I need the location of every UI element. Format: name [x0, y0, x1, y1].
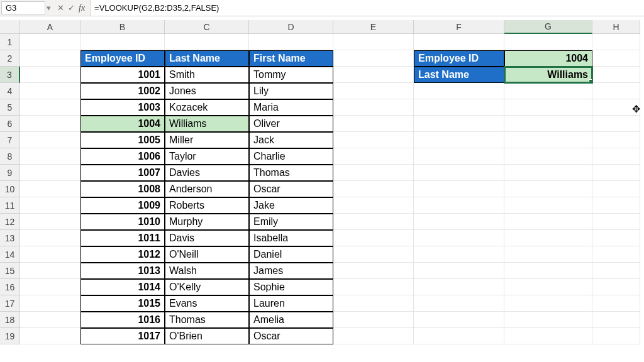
cell-E7[interactable]: [333, 132, 414, 148]
cell-G1[interactable]: [504, 34, 592, 50]
cell-H2[interactable]: [592, 50, 640, 67]
lookup-label-last-name[interactable]: Last Name: [414, 67, 504, 83]
row-header-3[interactable]: 3: [0, 67, 20, 83]
row-header-14[interactable]: 14: [0, 246, 20, 263]
emp-id[interactable]: 1010: [80, 214, 165, 230]
cell-F8[interactable]: [414, 148, 504, 165]
cell-H10[interactable]: [592, 181, 640, 197]
formula-input[interactable]: =VLOOKUP(G2,B2:D35,2,FALSE): [90, 0, 644, 16]
emp-last[interactable]: Murphy: [165, 214, 249, 230]
emp-last[interactable]: O'Neill: [165, 246, 249, 263]
cell-H13[interactable]: [592, 230, 640, 246]
cell-G19[interactable]: [504, 328, 592, 344]
emp-first[interactable]: Isabella: [249, 230, 333, 246]
emp-last[interactable]: Evans: [165, 295, 249, 312]
col-header-G[interactable]: G: [504, 20, 592, 34]
emp-first[interactable]: Amelia: [249, 312, 333, 328]
cell-A2[interactable]: [20, 50, 80, 67]
cell-G5[interactable]: [504, 99, 592, 116]
emp-last[interactable]: Walsh: [165, 263, 249, 279]
cell-E13[interactable]: [333, 230, 414, 246]
header-employee-id[interactable]: Employee ID: [80, 50, 165, 67]
cell-H18[interactable]: [592, 312, 640, 328]
emp-first[interactable]: Maria: [249, 99, 333, 116]
cell-G14[interactable]: [504, 246, 592, 263]
row-header-4[interactable]: 4: [0, 83, 20, 99]
cell-F11[interactable]: [414, 197, 504, 214]
emp-id[interactable]: 1011: [80, 230, 165, 246]
cell-E17[interactable]: [333, 295, 414, 312]
cell-G10[interactable]: [504, 181, 592, 197]
cell-A12[interactable]: [20, 214, 80, 230]
cell-E11[interactable]: [333, 197, 414, 214]
col-header-B[interactable]: B: [80, 20, 165, 34]
emp-id[interactable]: 1016: [80, 312, 165, 328]
emp-first[interactable]: James: [249, 263, 333, 279]
cell-E10[interactable]: [333, 181, 414, 197]
cell-H15[interactable]: [592, 263, 640, 279]
row-header-9[interactable]: 9: [0, 165, 20, 181]
lookup-value-last[interactable]: Williams: [504, 67, 592, 83]
emp-id[interactable]: 1001: [80, 67, 165, 83]
cell-H12[interactable]: [592, 214, 640, 230]
cell-A15[interactable]: [20, 263, 80, 279]
cell-E1[interactable]: [333, 34, 414, 50]
cell-H8[interactable]: [592, 148, 640, 165]
emp-id[interactable]: 1012: [80, 246, 165, 263]
cell-B1[interactable]: [80, 34, 165, 50]
cell-F1[interactable]: [414, 34, 504, 50]
cell-F9[interactable]: [414, 165, 504, 181]
row-header-15[interactable]: 15: [0, 263, 20, 279]
cell-E18[interactable]: [333, 312, 414, 328]
cell-H4[interactable]: [592, 83, 640, 99]
cell-F19[interactable]: [414, 328, 504, 344]
emp-first[interactable]: Charlie: [249, 148, 333, 165]
cell-H3[interactable]: [592, 67, 640, 83]
col-header-C[interactable]: C: [165, 20, 249, 34]
cell-G11[interactable]: [504, 197, 592, 214]
emp-id[interactable]: 1003: [80, 99, 165, 116]
cell-F7[interactable]: [414, 132, 504, 148]
col-header-H[interactable]: H: [592, 20, 640, 34]
cell-A9[interactable]: [20, 165, 80, 181]
cancel-formula-icon[interactable]: ✕: [57, 3, 64, 13]
cell-E15[interactable]: [333, 263, 414, 279]
row-header-8[interactable]: 8: [0, 148, 20, 165]
emp-id[interactable]: 1008: [80, 181, 165, 197]
cell-G8[interactable]: [504, 148, 592, 165]
cell-F4[interactable]: [414, 83, 504, 99]
emp-first[interactable]: Lily: [249, 83, 333, 99]
cell-A1[interactable]: [20, 34, 80, 50]
cell-C1[interactable]: [165, 34, 249, 50]
emp-first[interactable]: Sophie: [249, 279, 333, 295]
cell-G15[interactable]: [504, 263, 592, 279]
emp-id[interactable]: 1009: [80, 197, 165, 214]
col-header-E[interactable]: E: [333, 20, 414, 34]
select-all-corner[interactable]: [0, 20, 20, 34]
emp-last[interactable]: O'Brien: [165, 328, 249, 344]
row-header-13[interactable]: 13: [0, 230, 20, 246]
cell-A8[interactable]: [20, 148, 80, 165]
emp-last[interactable]: Davis: [165, 230, 249, 246]
cell-H16[interactable]: [592, 279, 640, 295]
cell-A16[interactable]: [20, 279, 80, 295]
cell-F18[interactable]: [414, 312, 504, 328]
cell-H5[interactable]: [592, 99, 640, 116]
cell-F5[interactable]: [414, 99, 504, 116]
row-header-12[interactable]: 12: [0, 214, 20, 230]
cell-D1[interactable]: [249, 34, 333, 50]
cell-A11[interactable]: [20, 197, 80, 214]
cell-G13[interactable]: [504, 230, 592, 246]
col-header-A[interactable]: A: [20, 20, 80, 34]
cell-G4[interactable]: [504, 83, 592, 99]
cell-E5[interactable]: [333, 99, 414, 116]
emp-last[interactable]: Anderson: [165, 181, 249, 197]
emp-first[interactable]: Oliver: [249, 116, 333, 132]
emp-last[interactable]: Kozacek: [165, 99, 249, 116]
cell-A10[interactable]: [20, 181, 80, 197]
emp-first[interactable]: Oscar: [249, 328, 333, 344]
emp-id[interactable]: 1017: [80, 328, 165, 344]
emp-id[interactable]: 1006: [80, 148, 165, 165]
emp-last[interactable]: Thomas: [165, 312, 249, 328]
emp-id[interactable]: 1014: [80, 279, 165, 295]
